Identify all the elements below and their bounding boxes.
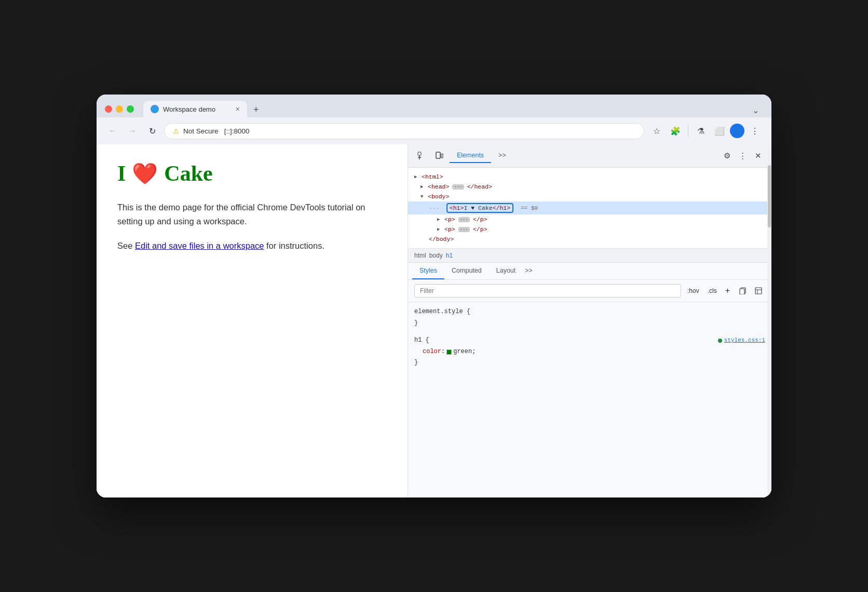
- svg-rect-4: [441, 154, 443, 158]
- maximize-button[interactable]: [127, 105, 134, 113]
- devtools-tab-more[interactable]: >>: [491, 149, 513, 163]
- dom-line-html[interactable]: ▶ <html>: [408, 172, 771, 182]
- scrollbar-thumb: [768, 165, 771, 227]
- dom-p1-close: </p>: [473, 216, 487, 223]
- css-element-style-selector: element.style {: [414, 306, 765, 318]
- dom-line-body[interactable]: ▼ <body>: [408, 192, 771, 201]
- dom-head-open: <head>: [428, 183, 449, 190]
- breadcrumb-h1[interactable]: h1: [446, 252, 453, 259]
- dom-h1-text: I ♥ Cake: [464, 205, 492, 211]
- css-prop-name-color: color: [423, 346, 441, 358]
- forward-button[interactable]: →: [125, 123, 140, 139]
- dom-line-h1[interactable]: ··· <h1>I ♥ Cake</h1> == $0: [408, 201, 771, 214]
- page-content: I ❤️ Cake This is the demo page for the …: [97, 144, 408, 497]
- styles-content: element.style { } h1 { styles.css:1: [408, 302, 771, 379]
- dom-head-close: </head>: [467, 183, 492, 190]
- dom-line-p1[interactable]: ▶ <p> ··· </p>: [408, 214, 771, 224]
- styles-layout-button[interactable]: [752, 284, 765, 298]
- styles-tab-more[interactable]: >>: [525, 267, 532, 275]
- browser-window: 🌐 Workspace demo × + ⌄ ← → ↻ ⚠ Not Secur…: [97, 95, 771, 497]
- dom-line-head[interactable]: ▶ <head> ··· </head>: [408, 182, 771, 192]
- svg-rect-0: [418, 152, 421, 155]
- close-button[interactable]: [105, 105, 112, 113]
- devtools-toolbar: Elements >> ⚙ ⋮ ✕: [408, 144, 771, 168]
- styles-cls-button[interactable]: .cls: [706, 285, 719, 297]
- breadcrumb-body[interactable]: body: [429, 252, 443, 259]
- css-prop-value-green: green;: [453, 346, 476, 358]
- tab-list-button[interactable]: ⌄: [748, 103, 763, 117]
- dom-p2-open: <p>: [444, 226, 455, 233]
- styles-filter-bar: :hov .cls +: [408, 280, 771, 302]
- devtools-more-button[interactable]: ⋮: [735, 149, 750, 163]
- extensions-button[interactable]: 🧩: [667, 123, 684, 139]
- labs-button[interactable]: ⚗: [693, 123, 709, 139]
- heading-heart: ❤️: [132, 162, 158, 186]
- dom-p1-open: <p>: [444, 216, 455, 223]
- dom-body-tag: <body>: [428, 193, 449, 200]
- paragraph-2: See Edit and save files in a workspace f…: [117, 239, 387, 253]
- new-tab-button[interactable]: +: [249, 102, 263, 117]
- refresh-button[interactable]: ↻: [144, 123, 160, 139]
- css-source-text[interactable]: styles.css:1: [724, 335, 765, 346]
- breadcrumb-html[interactable]: html: [414, 252, 426, 259]
- device-tool-button[interactable]: [432, 149, 446, 163]
- svg-rect-3: [436, 152, 440, 158]
- profile-button[interactable]: 👤: [730, 124, 744, 138]
- title-bar: 🌐 Workspace demo × + ⌄: [97, 95, 771, 117]
- back-button[interactable]: ←: [105, 123, 120, 139]
- css-color-swatch[interactable]: [446, 349, 452, 355]
- dom-line-p2[interactable]: ▶ <p> ··· </p>: [408, 224, 771, 234]
- address-bar[interactable]: ⚠ Not Secure [::]:8000: [164, 123, 644, 139]
- css-source-link[interactable]: styles.css:1: [718, 335, 765, 346]
- workspace-link[interactable]: Edit and save files in a workspace: [135, 241, 264, 250]
- styles-tab-layout[interactable]: Layout: [489, 263, 523, 279]
- css-source-dot: [718, 339, 722, 343]
- minimize-button[interactable]: [116, 105, 123, 113]
- devtools-tab-elements[interactable]: Elements: [450, 149, 491, 163]
- nav-icons: ☆ 🧩 ⚗ ⬜ 👤 ⋮: [648, 123, 763, 139]
- css-colon: :: [441, 346, 445, 358]
- tab-bar: 🌐 Workspace demo × + ⌄: [143, 101, 763, 117]
- inspect-tool-button[interactable]: [414, 149, 429, 163]
- devtools-tabs: Elements >>: [450, 149, 716, 163]
- scrollbar[interactable]: [767, 144, 771, 497]
- devtools-close-button[interactable]: ✕: [751, 149, 765, 163]
- devtools-settings-button[interactable]: ⚙: [720, 149, 734, 163]
- address-text: Not Secure [::]:8000: [183, 127, 250, 135]
- active-tab[interactable]: 🌐 Workspace demo ×: [143, 101, 247, 117]
- css-element-style-close: }: [414, 318, 765, 329]
- dom-ellipsis-p2: ···: [458, 227, 470, 232]
- content-area: I ❤️ Cake This is the demo page for the …: [97, 144, 771, 497]
- styles-copy-button[interactable]: [736, 284, 750, 298]
- devtools-panel: Elements >> ⚙ ⋮ ✕ ▶ <html> ▶ <head>: [408, 144, 771, 497]
- styles-tab-styles[interactable]: Styles: [412, 263, 444, 279]
- styles-add-button[interactable]: +: [723, 284, 732, 298]
- nav-divider: [688, 125, 688, 137]
- dom-h1-open: <h1>: [450, 205, 464, 211]
- tab-title: Workspace demo: [163, 105, 215, 113]
- dom-h1-close: </h1>: [493, 205, 511, 211]
- styles-filter-icons: [736, 284, 765, 298]
- css-rule-element-style: element.style { }: [414, 306, 765, 329]
- paragraph-2-suffix: for instructions.: [264, 241, 324, 250]
- menu-button[interactable]: ⋮: [747, 123, 763, 139]
- dom-body-close: </body>: [429, 236, 454, 243]
- styles-tab-computed[interactable]: Computed: [444, 263, 489, 279]
- traffic-lights: [105, 105, 134, 113]
- heading-cake: Cake: [164, 161, 212, 186]
- dom-html-tag: <html>: [422, 173, 443, 180]
- dom-more-button[interactable]: ···: [429, 205, 439, 211]
- triangle-icon: ▶: [437, 226, 442, 232]
- styles-filter-input[interactable]: [414, 284, 681, 298]
- css-rule-h1: h1 { styles.css:1 color : green;: [414, 335, 765, 369]
- bookmark-button[interactable]: ☆: [648, 123, 665, 139]
- styles-panel: Styles Computed Layout >> :hov .cls +: [408, 263, 771, 497]
- dom-line-body-close[interactable]: </body>: [408, 234, 771, 244]
- nav-bar: ← → ↻ ⚠ Not Secure [::]:8000 ☆ 🧩 ⚗ ⬜ 👤 ⋮: [97, 117, 771, 144]
- split-view-button[interactable]: ⬜: [711, 123, 728, 139]
- triangle-icon: ▶: [437, 217, 442, 222]
- styles-hov-button[interactable]: :hov: [685, 285, 701, 297]
- tab-close-button[interactable]: ×: [236, 105, 240, 113]
- css-h1-selector: h1 {: [414, 335, 429, 346]
- css-h1-close: }: [414, 357, 765, 369]
